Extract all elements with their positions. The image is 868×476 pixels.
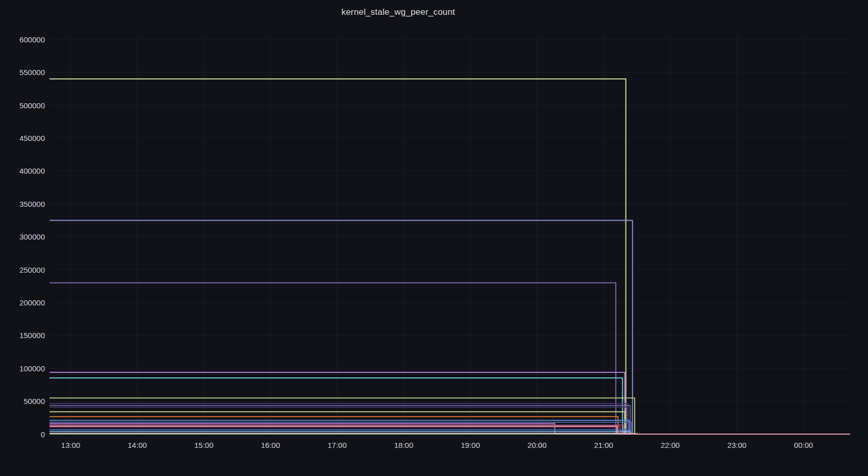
x-axis-tick-label: 21:00 (594, 441, 613, 449)
y-axis-tick-label: 0 (41, 430, 45, 439)
x-axis-tick-label: 19:00 (461, 441, 480, 449)
x-axis-tick-label: 15:00 (195, 441, 214, 449)
y-axis-tick-label: 300000 (19, 232, 45, 241)
x-axis-tick-label: 16:00 (261, 441, 280, 449)
x-axis-tick-label: 00:00 (794, 441, 813, 449)
y-axis-tick-label: 600000 (19, 35, 45, 44)
y-axis-tick-label: 550000 (19, 68, 45, 77)
x-axis-tick-label: 18:00 (394, 441, 414, 449)
y-axis-tick-label: 250000 (19, 266, 45, 274)
y-axis-tick-label: 200000 (19, 298, 45, 307)
x-axis: 13:0014:0015:0016:0017:0018:0019:0020:00… (61, 441, 813, 449)
x-axis-tick-label: 22:00 (661, 441, 680, 449)
y-axis-tick-label: 500000 (19, 101, 45, 110)
plot-area[interactable] (50, 32, 850, 435)
y-axis-tick-label: 50000 (23, 397, 45, 406)
x-axis-tick-label: 17:00 (327, 441, 347, 449)
chart-canvas: 0500001000001500002000002500003000003500… (0, 0, 868, 476)
x-axis-tick-label: 20:00 (527, 441, 547, 449)
y-axis-tick-label: 400000 (19, 166, 45, 175)
x-axis-tick-label: 13:00 (61, 441, 81, 449)
y-axis-tick-label: 450000 (19, 134, 45, 142)
y-axis-tick-label: 150000 (19, 331, 45, 340)
y-axis-tick-label: 350000 (19, 200, 45, 208)
y-axis: 0500001000001500002000002500003000003500… (19, 35, 45, 439)
grafana-panel: kernel_stale_wg_peer_count 0500001000001… (0, 0, 868, 476)
y-axis-tick-label: 100000 (19, 364, 45, 373)
x-axis-tick-label: 23:00 (727, 441, 746, 449)
time-series-chart: 0500001000001500002000002500003000003500… (0, 0, 868, 476)
x-axis-tick-label: 14:00 (128, 441, 147, 449)
